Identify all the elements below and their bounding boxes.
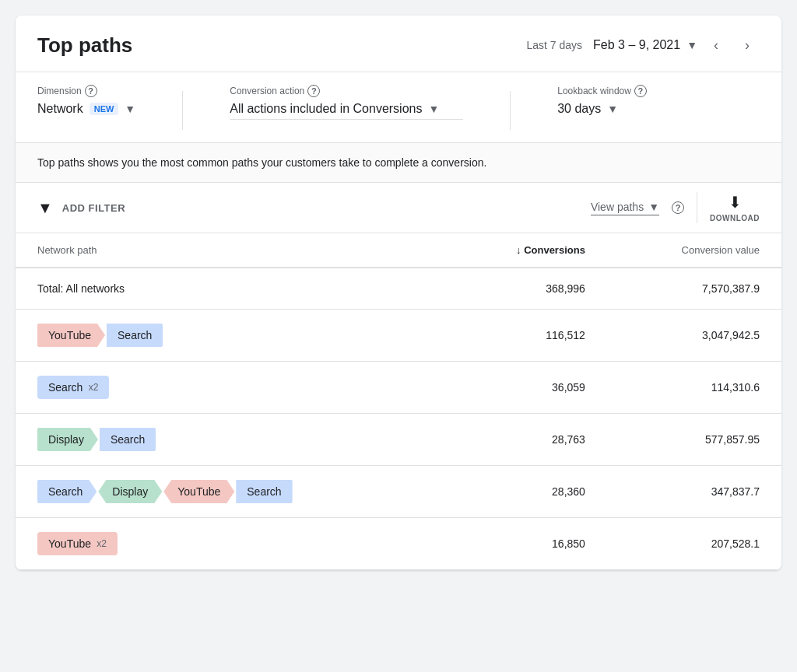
chip-youtube: YouTube (37, 324, 105, 347)
path-chips: DisplaySearch (37, 428, 423, 451)
value-cell: 347,837.7 (607, 466, 781, 518)
chip-search: Search (100, 428, 156, 451)
chip-display: Display (37, 428, 98, 451)
main-card: Top paths Last 7 days Feb 3 – 9, 2021 ▼ … (16, 16, 781, 570)
value-cell: 3,047,942.5 (607, 310, 781, 362)
path-chips: YouTube x2 (37, 532, 423, 555)
header: Top paths Last 7 days Feb 3 – 9, 2021 ▼ … (16, 16, 781, 72)
col-network-path: Network path (16, 233, 445, 268)
add-filter-button[interactable]: ADD FILTER (62, 202, 125, 214)
conversions-cell: 28,360 (445, 466, 607, 518)
total-row: Total: All networks 368,996 7,570,387.9 (16, 268, 781, 310)
toolbar-divider (697, 192, 697, 223)
path-cell: YouTubeSearch (16, 310, 445, 362)
lookback-dropdown-icon[interactable]: ▼ (607, 103, 618, 115)
conversion-label: Conversion action ? (230, 85, 463, 97)
lookback-help-icon[interactable]: ? (634, 85, 647, 97)
next-nav-button[interactable]: › (735, 33, 760, 58)
conversions-cell: 36,059 (445, 362, 607, 414)
value-cell: 207,528.1 (607, 518, 781, 570)
table-row: SearchDisplayYouTubeSearch 28,360 347,83… (16, 466, 781, 518)
info-text: Top paths shows you the most common path… (37, 156, 486, 169)
chip-search: Search x2 (37, 376, 109, 399)
chip-search: Search (107, 324, 163, 347)
table-row: YouTube x2 16,850 207,528.1 (16, 518, 781, 570)
conversion-value[interactable]: All actions included in Conversions ▼ (230, 102, 463, 120)
view-paths-button[interactable]: View paths ▼ (591, 201, 659, 215)
date-dropdown-icon[interactable]: ▼ (686, 39, 697, 51)
badge-x2: x2 (86, 382, 98, 393)
chip-youtube: YouTube (163, 480, 234, 503)
col-conversion-value: Conversion value (607, 233, 781, 268)
lookback-value[interactable]: 30 days ▼ (557, 102, 647, 116)
path-cell: DisplaySearch (16, 414, 445, 466)
view-paths-dropdown-icon: ▼ (648, 201, 659, 213)
download-button[interactable]: ⬇ DOWNLOAD (710, 193, 760, 222)
filter-separator-2 (510, 91, 511, 130)
dimension-value[interactable]: Network NEW ▼ (37, 102, 135, 116)
toolbar: ▼ ADD FILTER View paths ▼ ? ⬇ DOWNLOAD (16, 183, 781, 233)
download-label: DOWNLOAD (710, 214, 760, 222)
chip-youtube: YouTube x2 (37, 532, 118, 555)
path-chips: YouTubeSearch (37, 324, 423, 347)
path-cell: SearchDisplayYouTubeSearch (16, 466, 445, 518)
conversions-cell: 116,512 (445, 310, 607, 362)
badge-x2: x2 (94, 538, 107, 549)
sort-arrow: ↓ (516, 244, 521, 256)
filter-icon: ▼ (37, 199, 53, 217)
conversions-cell: 28,763 (445, 414, 607, 466)
path-cell: YouTube x2 (16, 518, 445, 570)
prev-nav-button[interactable]: ‹ (704, 33, 729, 58)
conversion-help-icon[interactable]: ? (307, 85, 320, 97)
filters-row: Dimension ? Network NEW ▼ Conversion act… (16, 72, 781, 143)
chip-search: Search (236, 480, 292, 503)
path-chips: Search x2 (37, 376, 423, 399)
total-label: Total: All networks (16, 268, 445, 310)
date-nav: Last 7 days Feb 3 – 9, 2021 ▼ ‹ › (526, 33, 760, 58)
dimension-dropdown-icon[interactable]: ▼ (125, 103, 135, 115)
toolbar-right: View paths ▼ ? ⬇ DOWNLOAD (591, 192, 760, 223)
page-title: Top paths (37, 33, 132, 58)
conversion-filter: Conversion action ? All actions included… (230, 85, 463, 120)
date-range: Feb 3 – 9, 2021 (593, 38, 680, 52)
total-conversions: 368,996 (445, 268, 607, 310)
filter-separator-1 (182, 91, 183, 130)
download-icon: ⬇ (729, 193, 742, 212)
conversions-cell: 16,850 (445, 518, 607, 570)
new-badge: NEW (90, 103, 119, 115)
dimension-filter: Dimension ? Network NEW ▼ (37, 85, 135, 116)
table-row: Search x2 36,059 114,310.6 (16, 362, 781, 414)
value-cell: 577,857.95 (607, 414, 781, 466)
path-chips: SearchDisplayYouTubeSearch (37, 480, 423, 503)
lookback-label: Lookback window ? (557, 85, 647, 97)
lookback-filter: Lookback window ? 30 days ▼ (557, 85, 647, 116)
date-label: Last 7 days (526, 39, 582, 51)
table-header-row: Network path ↓ Conversions Conversion va… (16, 233, 781, 268)
path-cell: Search x2 (16, 362, 445, 414)
data-table: Network path ↓ Conversions Conversion va… (16, 233, 781, 570)
col-conversions[interactable]: ↓ Conversions (445, 233, 607, 268)
value-cell: 114,310.6 (607, 362, 781, 414)
total-value: 7,570,387.9 (607, 268, 781, 310)
dimension-label: Dimension ? (37, 85, 135, 97)
chip-search: Search (37, 480, 97, 503)
dimension-help-icon[interactable]: ? (85, 85, 97, 97)
table-row: YouTubeSearch 116,512 3,047,942.5 (16, 310, 781, 362)
table-row: DisplaySearch 28,763 577,857.95 (16, 414, 781, 466)
chip-display: Display (98, 480, 162, 503)
toolbar-help-icon[interactable]: ? (672, 201, 684, 214)
conversion-dropdown-icon[interactable]: ▼ (428, 103, 439, 115)
info-bar: Top paths shows you the most common path… (16, 143, 781, 183)
